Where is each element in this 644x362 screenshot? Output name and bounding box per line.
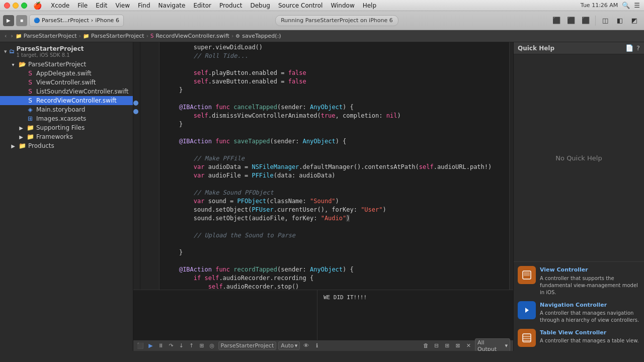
menu-edit[interactable]: Edit [93,2,110,9]
sidebar-item-label: RecordViewController.swift [36,97,117,104]
menu-window[interactable]: Window [328,2,357,9]
nav-back-btn[interactable]: ‹ [3,33,8,39]
menu-xcode[interactable]: Xcode [48,2,72,9]
utilities-toggle[interactable]: ◩ [628,14,641,27]
breakpoint-gutter [133,42,140,290]
menu-help[interactable]: Help [360,2,379,9]
navigation-controller-icon [518,301,536,319]
navigator-toggle[interactable]: ◫ [599,14,612,27]
quick-help-title: Quick Help [518,45,554,52]
scheme-selector[interactable]: 🔵 ParseSt...rProject › iPhone 6 [29,15,124,27]
qh-item-vc-text: View Controller A controller that suppor… [540,266,640,296]
code-text[interactable]: super.viewDidLoad() // Roll Tide... self… [159,42,509,290]
toolbar-separator [595,16,596,26]
menu-source-control[interactable]: Source Control [275,2,326,9]
menu-product[interactable]: Product [216,2,246,9]
folder-icon: 📁 [26,124,34,131]
breadcrumb-selector[interactable]: ParseStarterProject [218,341,277,350]
menu-find[interactable]: Find [135,2,153,9]
location-btn[interactable]: ◎ [208,341,216,350]
qh-nav-title: Navigation Controller [540,301,640,309]
project-root[interactable]: ▾ 🗂 ParseStarterProject 1 target, iOS SD… [0,42,133,60]
clear-console-btn[interactable]: 🗑 [422,341,430,350]
qh-file-icon[interactable]: 📄 [625,44,633,52]
layout-right-btn[interactable]: ⬛ [579,14,592,27]
sidebar-item-frameworks[interactable]: ▶ 📁 Frameworks [0,132,133,141]
main-toolbar: ▶ ■ 🔵 ParseSt...rProject › iPhone 6 Runn… [0,11,644,30]
step-over-btn[interactable]: ↷ [167,341,175,350]
breakpoint-marker [133,101,138,106]
close-button[interactable] [4,3,10,9]
menu-navigate[interactable]: Navigate [155,2,189,9]
nav-forward-btn[interactable]: › [9,33,14,39]
swift-icon: S [26,97,34,104]
console-layout-1[interactable]: ⊟ [432,341,441,350]
crumb-symbol[interactable]: saveTapped(:) [242,33,281,39]
debug-toggle[interactable]: ◧ [613,14,626,27]
sidebar-item-appdelegate[interactable]: S AppDelegate.swift [0,69,133,78]
crumb-project[interactable]: ParseStarterProject [24,33,77,39]
stop-button[interactable]: ■ [16,15,27,26]
sidebar-item-label: Products [28,142,54,149]
show-source-btn[interactable]: 👁 [302,341,310,350]
scroll-gutter [509,42,513,290]
console-layout-2[interactable]: ⊞ [443,341,451,350]
sidebar-item-recordvc[interactable]: S RecordViewController.swift [0,96,133,105]
sidebar-item-images[interactable]: ⊞ Images.xcassets [0,114,133,123]
info-btn[interactable]: ℹ [312,341,321,350]
code-editor[interactable]: super.viewDidLoad() // Roll Tide... self… [133,42,513,351]
output-filter[interactable]: All Output ▾ [475,338,510,351]
swift-icon: S [26,79,34,86]
console-layout-3[interactable]: ⊠ [453,341,462,350]
sidebar-item-listsoundsvc[interactable]: S ListSoundzViewController.swift [0,87,133,96]
qh-item-navigation-controller[interactable]: Navigation Controller A controller that … [518,301,640,324]
no-quick-help-message: No Quick Help [514,54,644,261]
list-icon[interactable]: ☰ [634,2,640,9]
layout-left-btn[interactable]: ⬛ [550,14,563,27]
breadcrumb-file-label: ParseStarterProject [221,342,274,349]
disclosure-icon: ▶ [18,125,24,131]
run-status-bar: Running ParseStarterProject on iPhone 6 [126,15,548,26]
apple-menu-icon[interactable]: 🍎 [33,2,42,10]
menu-editor[interactable]: Editor [190,2,214,9]
sidebar-item-products[interactable]: ▶ 📁 Products [0,141,133,150]
xcassets-icon: ⊞ [26,115,34,122]
console-close-btn[interactable]: ✕ [464,341,473,350]
play-debug-btn[interactable]: ▶ [146,341,154,350]
view-stack-btn[interactable]: ⊞ [198,341,206,350]
qh-info-icon[interactable]: ? [636,44,640,52]
qh-item-table-view-controller[interactable]: Table View Controller A controller that … [518,329,640,347]
code-scroll-area[interactable]: super.viewDidLoad() // Roll Tide... self… [133,42,513,290]
quick-help-items: View Controller A controller that suppor… [514,262,644,351]
folder-icon: 📁 [26,133,34,140]
sidebar-item-mainstoryboard[interactable]: ◈ Main.storyboard [0,105,133,114]
crumb-group[interactable]: ParseStarterProject [91,33,144,39]
breadcrumb: 📁 ParseStarterProject › 📁 ParseStarterPr… [16,33,281,39]
jump-bar-toggle[interactable]: ⬛ [136,341,144,350]
storyboard-icon: ◈ [26,106,34,113]
disclosure-icon: ▶ [10,143,16,149]
sidebar-item-viewcontroller[interactable]: S ViewController.swift [0,78,133,87]
step-into-btn[interactable]: ↓ [177,341,185,350]
qh-item-view-controller[interactable]: View Controller A controller that suppor… [518,266,640,296]
project-disclosure[interactable]: ▾ [4,48,7,55]
menu-view[interactable]: View [113,2,133,9]
menu-file[interactable]: File [74,2,91,9]
menu-debug[interactable]: Debug [248,2,273,9]
auto-selector[interactable]: Auto ▾ [278,341,300,350]
debug-console[interactable]: WE DID IT!!!! [317,290,513,340]
run-button[interactable]: ▶ [3,15,14,26]
pause-debug-btn[interactable]: ⏸ [157,341,165,350]
sidebar-item-parsestarter[interactable]: ▾ 📂 ParseStarterProject [0,60,133,69]
search-icon[interactable]: 🔍 [622,2,630,9]
step-out-btn[interactable]: ↑ [188,341,196,350]
maximize-button[interactable] [21,3,27,9]
qh-item-tvc-text: Table View Controller A controller that … [540,329,639,344]
sidebar-item-supportingfiles[interactable]: ▶ 📁 Supporting Files [0,123,133,132]
project-icon: 🗂 [9,48,15,55]
bottom-right-controls: Auto ▾ 👁 ℹ 🗑 ⊟ ⊞ ⊠ ✕ All Output ▾ [278,338,510,351]
layout-center-btn[interactable]: ⬛ [565,14,578,27]
traffic-lights [4,3,27,9]
minimize-button[interactable] [13,3,19,9]
crumb-file[interactable]: RecordViewController.swift [155,33,229,39]
